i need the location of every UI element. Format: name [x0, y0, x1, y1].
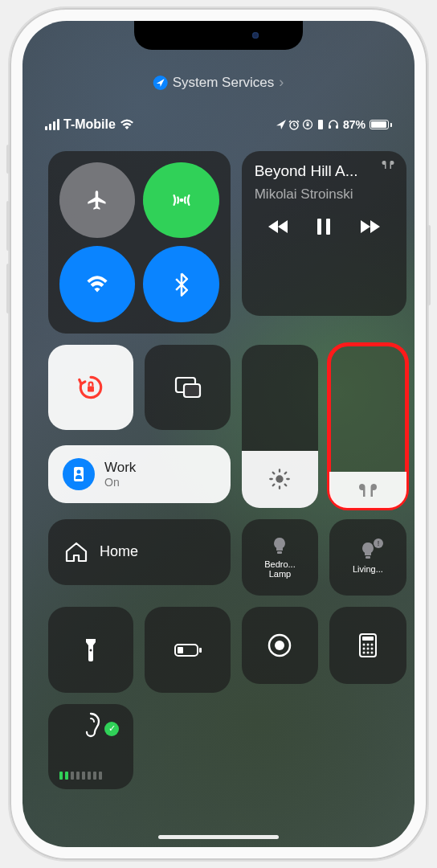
- battery-percent: 87%: [343, 118, 366, 131]
- control-center-grid: Beyond Hill A... Mikolai Stroinski: [48, 151, 389, 755]
- brightness-slider[interactable]: [242, 345, 319, 508]
- airpods-icon: [356, 481, 380, 499]
- home-label: Home: [100, 543, 138, 560]
- svg-rect-3: [318, 120, 323, 129]
- focus-name: Work: [104, 460, 136, 476]
- svg-point-6: [179, 199, 183, 203]
- bulb-icon: [272, 537, 287, 556]
- svg-point-27: [370, 644, 373, 646]
- connectivity-tile[interactable]: [48, 151, 231, 334]
- living-room-tile[interactable]: ! Living...: [329, 519, 406, 596]
- track-title: Beyond Hill A...: [255, 162, 394, 180]
- bedroom-lamp-tile[interactable]: Bedro...Lamp: [242, 519, 319, 596]
- now-playing-tile[interactable]: Beyond Hill A... Mikolai Stroinski: [242, 151, 406, 316]
- next-track-button[interactable]: [359, 219, 380, 235]
- focus-work-icon: [63, 458, 95, 490]
- screen: System Services › T-Mobile: [22, 21, 415, 847]
- banner-text: System Services: [173, 75, 275, 91]
- svg-point-17: [90, 649, 92, 651]
- focus-status: On: [104, 476, 136, 489]
- svg-rect-9: [88, 386, 94, 391]
- wifi-button[interactable]: [59, 246, 135, 321]
- flashlight-icon: [84, 637, 98, 663]
- screen-mirroring-icon: [174, 376, 202, 399]
- record-icon: [267, 633, 292, 658]
- screen-record-button[interactable]: [242, 607, 319, 684]
- power-button: [427, 225, 431, 305]
- airplane-mode-button[interactable]: [59, 162, 135, 238]
- rotation-lock-icon: [302, 119, 313, 130]
- volume-slider[interactable]: [329, 345, 406, 508]
- rotation-lock-icon: [76, 372, 106, 403]
- accessory-name: Living...: [353, 564, 383, 574]
- hearing-button[interactable]: ✓: [48, 704, 133, 789]
- svg-rect-4: [329, 125, 331, 129]
- accessory-name-line1: Bedro...: [264, 559, 296, 569]
- home-tile[interactable]: Home: [48, 519, 231, 585]
- svg-point-32: [366, 652, 369, 654]
- volume-down-button: [6, 264, 10, 313]
- cellular-signal-icon: [45, 119, 59, 130]
- svg-rect-13: [74, 467, 84, 481]
- cellular-data-button[interactable]: [143, 162, 218, 238]
- svg-rect-19: [178, 647, 183, 653]
- volume-up-button: [6, 201, 10, 251]
- svg-rect-20: [199, 648, 202, 653]
- low-power-icon: [174, 642, 202, 658]
- orientation-lock-button[interactable]: [48, 345, 133, 430]
- check-badge-icon: ✓: [104, 722, 119, 736]
- brightness-icon: [268, 468, 291, 490]
- notch: [134, 21, 303, 50]
- svg-rect-2: [306, 124, 308, 126]
- headphones-icon: [328, 119, 339, 130]
- home-icon: [64, 541, 88, 563]
- svg-rect-8: [326, 219, 330, 235]
- svg-point-25: [362, 644, 365, 646]
- flashlight-button[interactable]: [48, 607, 133, 692]
- svg-point-33: [370, 652, 373, 654]
- home-indicator[interactable]: [158, 835, 279, 839]
- svg-point-14: [77, 470, 81, 474]
- svg-rect-7: [317, 219, 321, 235]
- svg-rect-16: [366, 556, 370, 559]
- play-pause-button[interactable]: [316, 217, 332, 236]
- silence-switch: [6, 145, 10, 174]
- location-arrow-icon: [153, 76, 168, 90]
- calculator-icon: [358, 633, 378, 658]
- calculator-button[interactable]: [329, 607, 406, 684]
- warning-badge-icon: !: [374, 538, 383, 548]
- wifi-icon: [120, 119, 134, 130]
- svg-point-26: [366, 644, 369, 646]
- status-bar: T-Mobile: [22, 117, 415, 132]
- audio-level-meter: [59, 772, 102, 780]
- svg-point-28: [362, 648, 365, 650]
- svg-rect-24: [362, 637, 374, 641]
- recent-activity-banner[interactable]: System Services ›: [153, 74, 284, 91]
- alarm-icon: [288, 119, 300, 130]
- previous-track-button[interactable]: [268, 219, 289, 235]
- svg-rect-11: [184, 384, 200, 397]
- svg-rect-5: [336, 125, 338, 129]
- svg-point-29: [366, 648, 369, 650]
- low-power-mode-button[interactable]: [145, 607, 230, 692]
- carrier-text: T-Mobile: [63, 117, 116, 132]
- svg-point-12: [276, 476, 284, 483]
- bulb-icon: !: [361, 542, 375, 561]
- svg-point-30: [370, 648, 373, 650]
- battery-icon: [370, 120, 392, 129]
- chevron-right-icon: ›: [279, 74, 284, 91]
- phone-frame: System Services › T-Mobile: [10, 8, 427, 860]
- accessory-name-line2: Lamp: [269, 569, 292, 579]
- front-camera: [252, 32, 259, 39]
- svg-point-31: [362, 652, 365, 654]
- focus-icon: [316, 119, 325, 130]
- location-arrow-icon: [276, 120, 286, 129]
- bluetooth-button[interactable]: [143, 246, 218, 321]
- airpods-icon: [381, 159, 395, 170]
- focus-tile[interactable]: Work On: [48, 445, 231, 503]
- svg-point-22: [275, 641, 284, 650]
- track-artist: Mikolai Stroinski: [255, 186, 394, 203]
- screen-mirroring-button[interactable]: [145, 345, 230, 430]
- svg-rect-15: [277, 551, 282, 554]
